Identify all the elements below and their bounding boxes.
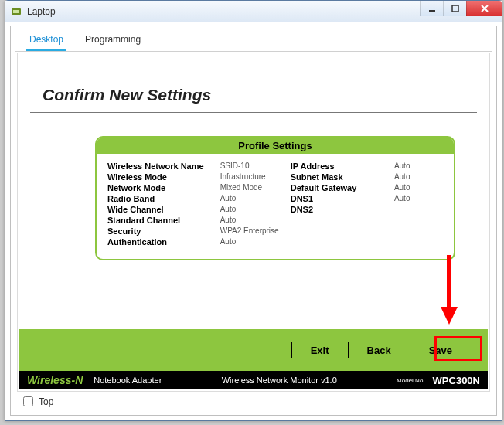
field-value: Auto [220, 237, 291, 246]
top-checkbox-label: Top [39, 396, 53, 407]
top-checkbox-row[interactable]: Top [20, 394, 53, 409]
model-number: WPC300N [433, 375, 480, 386]
field-label: Default Gateway [291, 183, 390, 192]
app-window: Laptop Desktop Programming Confirm New S… [5, 0, 502, 421]
tab-bar: Desktop Programming [15, 29, 492, 52]
profile-settings-header: Profile Settings [97, 138, 454, 154]
product-label: Notebook Adapter [94, 376, 162, 385]
save-button[interactable]: Save [415, 342, 466, 359]
field-value: Mixed Mode [220, 183, 291, 192]
field-label: Authentication [107, 237, 216, 246]
action-bar: Exit Back Save [19, 329, 488, 371]
minimize-button[interactable] [420, 1, 443, 16]
divider [291, 342, 292, 358]
field-label: Radio Band [107, 194, 216, 203]
profile-settings-box: Profile Settings Wireless Network NameSS… [95, 136, 455, 260]
heading-divider [30, 112, 477, 113]
app-icon [10, 5, 22, 18]
svg-rect-1 [13, 10, 19, 13]
profile-right-column: IP AddressAutoSubnet MaskAutoDefault Gat… [291, 162, 443, 246]
page-title: Confirm New Settings [43, 86, 488, 104]
field-value: Infrastructure [220, 172, 291, 182]
field-label: DNS2 [291, 205, 390, 214]
back-button[interactable]: Back [353, 342, 405, 359]
field-value: Auto [220, 216, 291, 225]
titlebar: Laptop [5, 1, 502, 22]
app-label: Wireless Network Monitor v1.0 [222, 376, 337, 385]
field-value: Auto [394, 194, 443, 203]
field-label: Wireless Mode [107, 172, 216, 182]
content-shell: Confirm New Settings Profile Settings Wi… [17, 53, 490, 392]
field-value [394, 205, 443, 214]
main-panel: Confirm New Settings Profile Settings Wi… [19, 55, 488, 329]
field-value: WPA2 Enterprise [220, 226, 291, 236]
field-value: Auto [220, 194, 291, 203]
exit-button[interactable]: Exit [297, 342, 343, 359]
tab-desktop[interactable]: Desktop [26, 29, 66, 51]
status-bar: Wireless-N Notebook Adapter Wireless Net… [19, 371, 488, 389]
window-controls [420, 1, 502, 16]
field-value: Auto [220, 205, 291, 214]
field-label: Network Mode [107, 183, 216, 192]
window-title: Laptop [27, 6, 56, 17]
field-value: Auto [394, 162, 443, 171]
profile-left-column: Wireless Network NameSSID-10Wireless Mod… [107, 162, 291, 246]
field-label: IP Address [291, 162, 390, 171]
close-button[interactable] [466, 1, 502, 16]
model-number-label: Model No. [397, 377, 424, 384]
client-area: Desktop Programming Confirm New Settings… [10, 26, 497, 416]
profile-settings-body: Wireless Network NameSSID-10Wireless Mod… [97, 154, 454, 259]
field-value: Auto [394, 183, 443, 192]
field-label: Standard Channel [107, 216, 216, 225]
brand-label: Wireless-N [27, 374, 83, 386]
top-checkbox[interactable] [23, 396, 33, 406]
field-label: Subnet Mask [291, 172, 390, 182]
maximize-button[interactable] [443, 1, 466, 16]
field-label: Wireless Network Name [107, 162, 216, 171]
field-label: Wide Channel [107, 205, 216, 214]
field-value: Auto [394, 172, 443, 182]
tab-programming[interactable]: Programming [82, 29, 144, 51]
divider [410, 342, 410, 358]
svg-rect-3 [452, 5, 458, 12]
field-label: DNS1 [291, 194, 390, 203]
field-label: Security [107, 226, 216, 236]
field-value: SSID-10 [220, 162, 291, 171]
divider [348, 342, 349, 358]
